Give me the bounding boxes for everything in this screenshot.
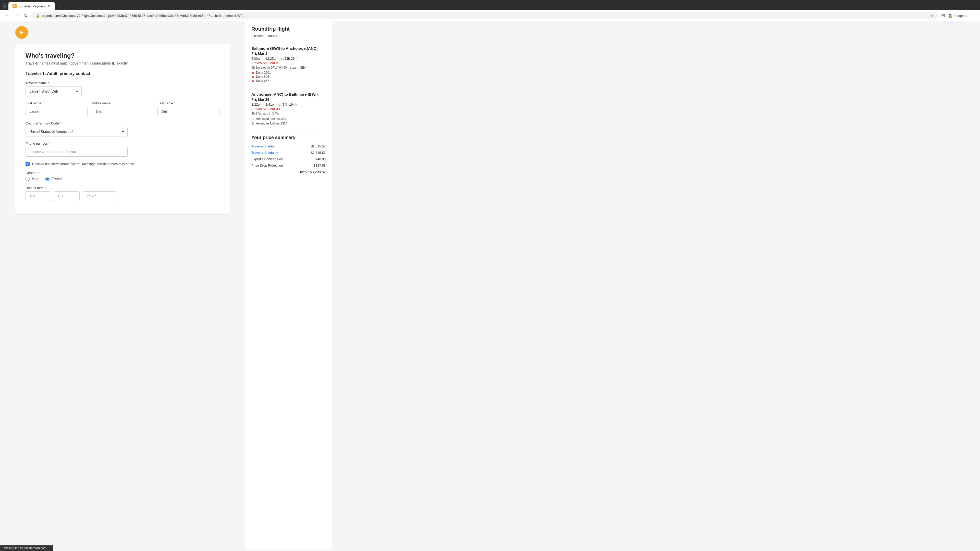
gender-female-option[interactable]: Female [45,177,64,181]
price-row-protection: Price Drop Protection $137.68 [251,164,326,167]
price-summary-title: Your price summary [251,135,326,140]
outbound-plus-day: +1 [279,57,283,60]
text-alerts-row: Receive text alerts about this trip. Mes… [25,162,220,166]
price-row-booking-fee: Expedia Booking Fee $40.00 [251,157,326,161]
tab-bar: ‹ ✈ Expedia: Payment ✕ + [0,0,980,10]
first-name-col: First name * [25,101,88,121]
required-star: * [48,81,49,85]
middle-name-col: Middle name [92,101,154,121]
dob-label: Date of birth * [25,186,220,190]
section-title: Traveler 1: Adult, primary contact [25,71,220,76]
incognito-icon: 🕵 [948,14,953,17]
first-name-input[interactable] [25,106,88,116]
sidebar: Roundtrip flight 2 tickets: 2 adults Bal… [245,21,332,549]
text-alerts-label: Receive text alerts about this trip. Mes… [32,162,135,166]
expedia-logo: E [15,26,28,39]
back-button[interactable]: ← [3,12,11,19]
last-name-input[interactable] [158,106,220,116]
traveler-name-select-wrapper: Lauren Smith Deli ▾ [25,86,82,96]
middle-name-label: Middle name [92,101,154,105]
url-bar[interactable]: 🔒 expedia.com/Checkout/V1/FlightCheckout… [32,12,938,19]
divider-1 [251,42,326,42]
middle-name-group: Middle name [92,101,154,116]
nav-actions: ⊞ 🕵 Incognito ⋮ [940,12,977,19]
outbound-flight: Baltimore (BWI) to Anchorage (ANC) Fri, … [251,46,326,83]
forward-button[interactable]: → [13,12,21,19]
dob-year-input[interactable] [83,191,116,201]
divider-3 [251,130,326,131]
booking-fee-label: Expedia Booking Fee [251,157,283,161]
price-row-traveler1: Traveler 1: Adult ▾ $1,515.57 [251,144,326,148]
phone-label: Phone number * [25,141,220,145]
return-date: Fri, Mar 29 [251,97,326,102]
name-fields-row: First name * Middle name Las [25,101,220,121]
country-code-select[interactable]: United States of America +1 [25,127,127,137]
gender-male-option[interactable]: Male [25,177,39,181]
middle-name-input[interactable] [92,106,154,116]
url-text: expedia.com/Checkout/V1/FlightCheckout?t… [42,14,928,17]
booking-fee-amount: $40.00 [315,157,326,161]
first-name-group: First name * [25,101,88,116]
return-arrives: Arrives Sat, Mar 30 [251,107,326,111]
gender-group: Gender * Male Female [25,171,220,181]
extensions-button[interactable]: ⊞ [940,12,947,19]
return-route: Anchorage (ANC) to Baltimore (BWI) [251,92,326,97]
flight-summary-subtitle: 2 tickets: 2 adults [251,34,326,38]
first-name-label: First name * [25,101,88,105]
delta-triangle-icon-1 [251,71,255,74]
traveler1-price-label[interactable]: Traveler 1: Adult ▾ [251,144,278,148]
incognito-button[interactable]: 🕵 Incognito [948,14,967,17]
country-code-select-wrapper: United States of America +1 ▾ [25,127,127,137]
traveler-name-label: Traveler name * [25,81,220,85]
tab-title: Expedia: Payment [19,4,46,8]
price-row-traveler2: Traveler 2: Adult ▾ $1,515.57 [251,151,326,155]
browser-chrome: ‹ ✈ Expedia: Payment ✕ + ← → ↻ 🔒 expedia… [0,0,980,21]
return-plus-day: +1 [277,103,281,106]
price-total-row: Total: $3,208.82 [251,170,326,174]
american-plane-icon-2: ✈ [251,121,255,125]
dob-day-input[interactable] [54,191,80,201]
text-alerts-checkbox[interactable] [25,162,30,166]
traveler2-price-amount: $1,515.57 [311,151,326,155]
dob-month-input[interactable] [25,191,51,201]
delta-triangle-icon-3 [251,79,255,82]
traveler-name-group: Traveler name * Lauren Smith Deli ▾ [25,81,220,96]
gender-male-radio[interactable] [25,177,30,181]
price-summary: Your price summary Traveler 1: Adult ▾ $… [251,135,326,174]
traveler-name-select[interactable]: Lauren Smith Deli [25,86,82,96]
tab-close-button[interactable]: ✕ [48,4,51,8]
total-amount: $3,208.82 [310,170,326,174]
active-tab[interactable]: ✈ Expedia: Payment ✕ [8,2,55,10]
gender-female-label: Female [52,177,64,181]
status-text: Waiting for src.mastercard.com... [4,546,49,549]
protection-label: Price Drop Protection [251,164,283,167]
phone-input[interactable] [25,147,127,157]
return-airline-2: ✈ American Airlines 2314 [251,121,326,125]
lock-icon: 🔒 [36,14,40,17]
return-stops: 4h 37m stop in DFW [251,112,326,115]
last-name-col: Last name * [158,101,220,121]
traveler2-price-label[interactable]: Traveler 2: Adult ▾ [251,151,278,155]
outbound-stops: 5h 2m stop in DTW, 6h 50m stop in SEA [251,66,326,69]
gender-female-radio[interactable] [45,177,49,181]
delta-triangle-icon-2 [251,76,255,78]
last-name-label: Last name * [158,101,220,105]
bookmark-icon[interactable]: ☆ [930,14,933,17]
country-code-group: Country/Territory Code * United States o… [25,121,220,137]
nav-bar: ← → ↻ 🔒 expedia.com/Checkout/V1/FlightCh… [0,10,980,21]
form-title: Who's traveling? [25,52,220,59]
outbound-date: Fri, Mar 1 [251,52,326,56]
menu-button[interactable]: ⋮ [969,12,977,19]
return-time: 8:22pm - 2:41pm +1 (14h 19m) [251,103,326,106]
tab-prev-button[interactable]: ‹ [2,3,7,10]
dob-row [25,191,220,201]
new-tab-button[interactable]: + [56,3,63,10]
traveler1-price-amount: $1,515.57 [311,144,326,148]
american-plane-icon-1: ✈ [251,117,255,121]
protection-amount: $137.68 [313,164,326,167]
country-code-label: Country/Territory Code * [25,121,220,125]
reload-button[interactable]: ↻ [22,12,29,19]
flight-summary-title: Roundtrip flight [251,26,326,32]
form-subtitle: Traveler names must match government-iss… [25,61,220,65]
outbound-arrives: Arrives Sat, Mar 2 [251,61,326,65]
